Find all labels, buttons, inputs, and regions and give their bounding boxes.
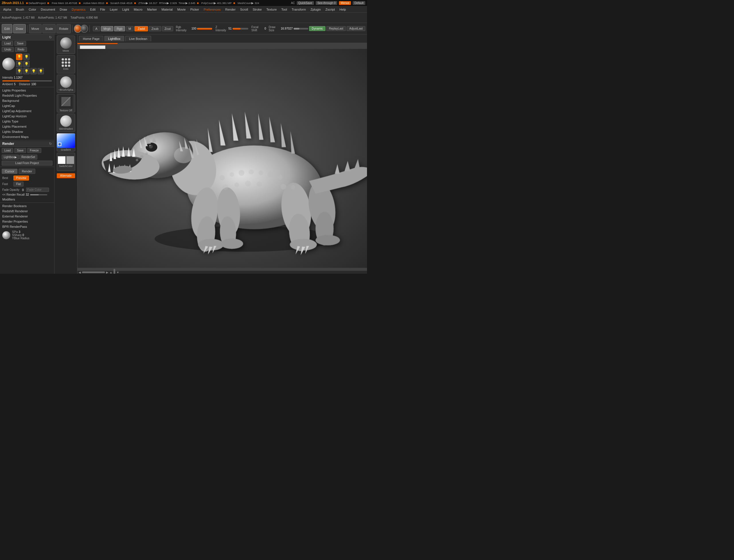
menu-alpha[interactable]: Alpha [1, 7, 13, 12]
brush-alpha[interactable]: ~BrushAlpha [57, 75, 75, 93]
dynamic-button[interactable]: Dynamic [309, 26, 326, 31]
modifiers-link[interactable]: Modifiers [0, 197, 54, 202]
menu-tool[interactable]: Tool [279, 7, 289, 12]
move-button[interactable]: Move [29, 24, 42, 33]
render-load-btn[interactable]: Load [2, 148, 13, 153]
lights-shadow-link[interactable]: Lights Shadow [0, 129, 54, 134]
light-icon-8[interactable]: 💡 [38, 68, 44, 74]
menu-color[interactable]: Color [27, 7, 38, 12]
menu-macro[interactable]: Macro [132, 7, 145, 12]
light-icon-4[interactable]: 💡 [23, 61, 30, 67]
gradient-item[interactable]: Gradient [57, 133, 75, 151]
menu-picker[interactable]: Picker [188, 7, 201, 12]
menu-light[interactable]: Light [120, 7, 131, 12]
menu-layer[interactable]: Layer [108, 7, 120, 12]
background-color-swatch[interactable] [81, 25, 88, 33]
tab-home-page[interactable]: Home Page [79, 36, 103, 41]
scroll-up-arrow[interactable]: ▲ [110, 271, 112, 274]
tab-lightbox[interactable]: LightBox [104, 36, 124, 41]
environment-maps-link[interactable]: Environment Maps [0, 134, 54, 139]
texture-off[interactable]: Texture Off [57, 94, 75, 112]
rgb-intensity-slider[interactable] [197, 28, 212, 30]
menu-preferences[interactable]: Preferences [202, 7, 223, 12]
external-renderer-link[interactable]: External Renderer [0, 214, 54, 219]
menu-marker[interactable]: Marker [145, 7, 159, 12]
z-intensity-slider[interactable] [233, 28, 248, 30]
menu-document[interactable]: Document [39, 7, 57, 12]
m-button[interactable]: M [126, 26, 134, 31]
skin-shade[interactable]: SkinShade4 [57, 114, 75, 132]
scroll-left-arrow[interactable]: ◀ [79, 271, 81, 274]
menu-help[interactable]: Help [338, 7, 348, 12]
recall-slider[interactable] [30, 194, 47, 195]
menu-dynamics[interactable]: Dynamics [70, 7, 87, 12]
menu-zscript[interactable]: Zscript [324, 7, 337, 12]
menu-brush[interactable]: Brush [14, 7, 26, 12]
scroll-thumb-v[interactable] [114, 269, 115, 274]
edit-button[interactable]: Edit [2, 24, 12, 33]
lightcap-horizon-link[interactable]: LightCap Horizon [0, 114, 54, 119]
brush-move[interactable]: Move [57, 36, 75, 54]
lights-properties-link[interactable]: Lights Properties [0, 88, 54, 93]
brush-dots[interactable]: Dots [57, 55, 75, 73]
mrgb-button[interactable]: Mrgb [101, 26, 113, 31]
scroll-right-arrow[interactable]: ▶ [106, 271, 108, 274]
menu-stroke[interactable]: Stroke [251, 7, 264, 12]
light-section-header[interactable]: Light ↻ [0, 34, 54, 40]
light-undo-btn[interactable]: Undo [2, 47, 14, 52]
light-icon-5[interactable]: 💡 [16, 68, 22, 74]
redshift-renderer-link[interactable]: Redshift Renderer [0, 209, 54, 214]
draw-size-slider[interactable] [294, 28, 308, 30]
render-save-btn[interactable]: Save [14, 148, 26, 153]
scale-button[interactable]: Scale [42, 24, 56, 33]
menu-material[interactable]: Material [159, 7, 175, 12]
renderset-btn[interactable]: RenderSet [20, 155, 37, 160]
alternate-button[interactable]: Alternate [57, 173, 75, 178]
render-booleans-link[interactable]: Render Booleans [0, 203, 54, 209]
redshift-light-link[interactable]: Redshift Light Properties [0, 93, 54, 98]
menu-transform[interactable]: Transform [290, 7, 308, 12]
background-link[interactable]: Background [0, 98, 54, 103]
rotate-button[interactable]: Rotate [57, 24, 71, 33]
preview-btn[interactable]: Preview [13, 176, 29, 180]
default-btn[interactable]: Default [353, 1, 365, 5]
viewport-content[interactable]: ◀ ▶ ▲ ▼ [77, 43, 367, 274]
quick-save-btn[interactable]: QuickSave [297, 1, 314, 5]
menu-draw[interactable]: Draw [58, 7, 69, 12]
render-refresh-icon[interactable]: ↻ [49, 142, 52, 146]
light-save-btn[interactable]: Save [14, 41, 26, 46]
bpr-renderpass-link[interactable]: BPR RenderPass [0, 224, 54, 229]
render-tab[interactable]: Render [19, 169, 35, 174]
zcut-button[interactable]: Zcut [162, 26, 173, 31]
tab-live-boolean[interactable]: Live Boolean [125, 36, 151, 41]
flat-btn[interactable]: Flat [13, 182, 24, 186]
menu-zplugin[interactable]: Zplugin [309, 7, 323, 12]
menu-scroll[interactable]: Scroll [238, 7, 250, 12]
lightcap-adjustment-link[interactable]: LightCap Adjustment [0, 108, 54, 114]
light-load-btn[interactable]: Load [2, 41, 13, 46]
cursor-tab[interactable]: Cursor [2, 169, 17, 174]
load-from-project-btn[interactable]: Load From Project [2, 161, 52, 166]
menu-movie[interactable]: Movie [175, 7, 188, 12]
see-through-btn[interactable]: See-through 0 [316, 1, 337, 5]
menu-file[interactable]: File [98, 7, 107, 12]
light-redo-btn[interactable]: Redo [15, 47, 27, 52]
lights-placement-link[interactable]: Lights Placement [0, 124, 54, 129]
zsub-button[interactable]: Zsub [149, 26, 161, 31]
lightcap-link[interactable]: LightCap [0, 103, 54, 108]
zadd-button[interactable]: Zadd [135, 26, 148, 31]
render-freeze-btn[interactable]: Freeze [27, 148, 41, 153]
fade-color-input[interactable] [26, 188, 49, 192]
light-icon-6[interactable]: 💡 [23, 68, 30, 74]
lightbox-btn[interactable]: Lightbox▶ [2, 155, 19, 160]
scroll-thumb[interactable] [82, 271, 105, 273]
scroll-down-arrow[interactable]: ▼ [116, 271, 119, 274]
menu-render[interactable]: Render [223, 7, 238, 12]
lights-type-link[interactable]: Lights Type [0, 119, 54, 124]
switch-color[interactable]: SwitchColor [57, 153, 75, 171]
replay-last-button[interactable]: ReplayLast [326, 26, 346, 31]
light-icon-7[interactable]: 💡 [30, 68, 37, 74]
a-button[interactable]: A [93, 26, 100, 31]
draw-button[interactable]: Draw [13, 24, 26, 33]
rgb-button[interactable]: Rgb [114, 26, 125, 31]
